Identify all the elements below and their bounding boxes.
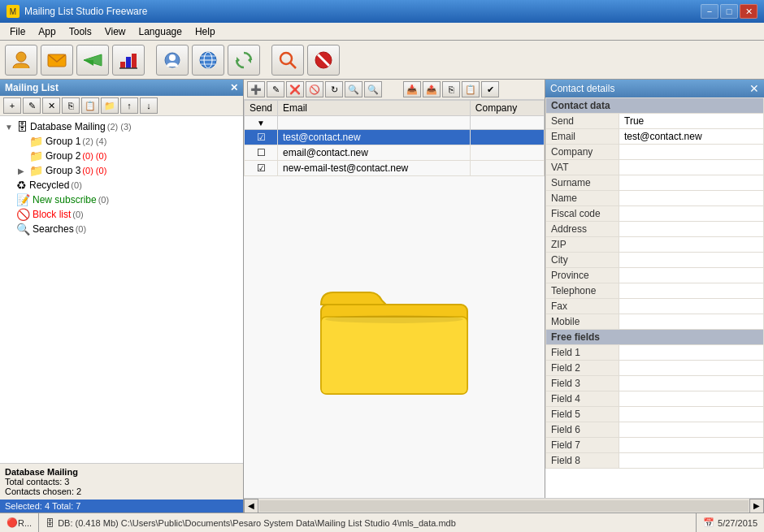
ct-block-btn[interactable]: 🚫 xyxy=(306,81,323,97)
tree-edit-button[interactable]: ✎ xyxy=(23,97,41,114)
tree-item-recycled[interactable]: ♻ Recycled (0) xyxy=(3,178,240,192)
detail-value-field3 xyxy=(619,376,764,391)
filter-send[interactable]: ▼ xyxy=(245,116,278,130)
detail-row-telephone: Telephone xyxy=(546,283,764,299)
folder-icon-g1: 📁 xyxy=(29,135,43,148)
detail-value-email: test@contact.new xyxy=(619,129,764,145)
title-bar: M Mailing List Studio Freeware − □ ✕ xyxy=(0,0,764,23)
detail-row-name: Name xyxy=(546,191,764,206)
menu-view[interactable]: View xyxy=(98,24,132,39)
tree-item-searches[interactable]: 🔍 Searches (0) xyxy=(3,222,240,236)
row1-company[interactable] xyxy=(470,130,544,145)
globe-button[interactable] xyxy=(192,45,224,76)
block-button[interactable] xyxy=(307,45,340,76)
horizontal-scrollbar[interactable]: ◀ ▶ xyxy=(244,498,764,513)
detail-label-address: Address xyxy=(546,222,619,237)
menu-bar: File App Tools View Language Help xyxy=(0,23,764,41)
detail-value-field1 xyxy=(619,345,764,361)
tree-item-group3[interactable]: ▶ 📁 Group 3 (0) (0) xyxy=(16,163,240,178)
scroll-right-arrow[interactable]: ▶ xyxy=(749,499,764,513)
row3-send[interactable]: ☑ xyxy=(245,161,278,176)
search-big-button[interactable] xyxy=(271,45,304,76)
tree-copy-button[interactable]: ⎘ xyxy=(62,97,80,114)
send-button[interactable] xyxy=(76,45,109,76)
scroll-left-arrow[interactable]: ◀ xyxy=(244,499,258,513)
ct-edit-btn[interactable]: ✎ xyxy=(267,81,284,97)
mailing-list-header: Mailing List ✕ xyxy=(0,80,243,96)
details-close-button[interactable]: ✕ xyxy=(749,82,759,95)
svg-point-0 xyxy=(16,52,26,62)
detail-row-address: Address xyxy=(546,222,764,237)
row2-company[interactable] xyxy=(470,145,544,161)
ct-find2-btn[interactable]: 🔍 xyxy=(364,81,382,97)
tree-item-new-subscribe[interactable]: 📝 New subscribe (0) xyxy=(3,192,240,207)
status-segment-2: 🗄 DB: (0.418 Mb) C:\Users\Public\Documen… xyxy=(39,513,697,532)
svg-line-18 xyxy=(290,63,296,68)
row3-company[interactable] xyxy=(470,161,544,176)
menu-help[interactable]: Help xyxy=(189,24,222,39)
ct-check-btn[interactable]: ✔ xyxy=(481,81,499,97)
mailing-list-close[interactable]: ✕ xyxy=(230,82,238,93)
calendar-icon: 📅 xyxy=(703,517,714,528)
tree-item-group2[interactable]: 📁 Group 2 (0) (0) xyxy=(16,149,240,163)
detail-row-zip: ZIP xyxy=(546,237,764,253)
main-area: Mailing List ✕ + ✎ ✕ ⎘ 📋 📁 ↑ ↓ ▼ 🗄 Datab… xyxy=(0,80,764,513)
section-contact-data: Contact data xyxy=(546,98,764,114)
ct-import-btn[interactable]: 📥 xyxy=(403,81,421,97)
menu-language[interactable]: Language xyxy=(132,24,189,39)
menu-app[interactable]: App xyxy=(32,24,62,39)
table-row[interactable]: ☑ new-email-test@contact.new xyxy=(245,161,545,176)
content-and-details: ➕ ✎ ❌ 🚫 ↻ 🔍 🔍 📥 📤 ⎘ 📋 ✔ xyxy=(244,80,764,498)
ct-refresh-btn[interactable]: ↻ xyxy=(325,81,343,97)
tree-item-group1[interactable]: 📁 Group 1 (2) (4) xyxy=(16,134,240,149)
tree-area[interactable]: ▼ 🗄 Database Mailing (2) (3) 📁 Group 1 (… xyxy=(0,116,243,463)
status-segment-3: 📅 5/27/2015 xyxy=(697,513,764,532)
email-button[interactable] xyxy=(41,45,73,76)
details-table-area[interactable]: Contact data Send True Email test@contac… xyxy=(545,97,764,498)
detail-value-address xyxy=(619,222,764,237)
row1-email[interactable]: test@contact.new xyxy=(278,130,471,145)
ct-copy-btn[interactable]: ⎘ xyxy=(442,81,460,97)
detail-label-fax: Fax xyxy=(546,299,619,314)
row2-email[interactable]: email@contact.new xyxy=(278,145,471,161)
menu-tools[interactable]: Tools xyxy=(63,24,98,39)
database-icon: 🗄 xyxy=(16,120,28,133)
user-settings-button[interactable] xyxy=(156,45,189,76)
detail-row-field1: Field 1 xyxy=(546,345,764,361)
contacts-button[interactable] xyxy=(5,45,37,76)
tree-folder-button[interactable]: 📁 xyxy=(101,97,119,114)
close-button[interactable]: ✕ xyxy=(740,4,757,19)
tree-down-button[interactable]: ↓ xyxy=(140,97,158,114)
ct-add-btn[interactable]: ➕ xyxy=(247,81,265,97)
chart-button[interactable] xyxy=(112,45,145,76)
tree-item-block-list[interactable]: 🚫 Block list (0) xyxy=(3,207,240,222)
detail-row-field4: Field 4 xyxy=(546,391,764,407)
tree-add-button[interactable]: + xyxy=(3,97,21,114)
table-row[interactable]: ☐ email@contact.new xyxy=(245,145,545,161)
detail-label-company: Company xyxy=(546,145,619,160)
row2-send[interactable]: ☐ xyxy=(245,145,278,161)
tree-paste-button[interactable]: 📋 xyxy=(81,97,99,114)
ct-paste-btn[interactable]: 📋 xyxy=(462,81,480,97)
tree-up-button[interactable]: ↑ xyxy=(120,97,138,114)
ct-export-btn[interactable]: 📤 xyxy=(423,81,441,97)
svg-rect-5 xyxy=(126,57,131,68)
minimize-button[interactable]: − xyxy=(701,4,718,19)
table-row[interactable]: ☑ test@contact.new xyxy=(245,130,545,145)
ct-find-btn[interactable]: 🔍 xyxy=(345,81,362,97)
filter-company[interactable] xyxy=(470,116,544,130)
row3-email[interactable]: new-email-test@contact.new xyxy=(278,161,471,176)
maximize-button[interactable]: □ xyxy=(720,4,738,19)
detail-value-mobile xyxy=(619,314,764,330)
tree-item-database-mailing[interactable]: ▼ 🗄 Database Mailing (2) (3) xyxy=(3,119,240,134)
row1-send[interactable]: ☑ xyxy=(245,130,278,145)
refresh-button[interactable] xyxy=(228,45,260,76)
blocklist-icon: 🚫 xyxy=(16,208,30,221)
tree-toolbar: + ✎ ✕ ⎘ 📋 📁 ↑ ↓ xyxy=(0,96,243,116)
filter-email[interactable] xyxy=(278,116,471,130)
ct-delete-btn[interactable]: ❌ xyxy=(286,81,304,97)
menu-file[interactable]: File xyxy=(3,24,32,39)
searches-icon: 🔍 xyxy=(16,223,30,236)
tree-delete-button[interactable]: ✕ xyxy=(42,97,60,114)
scroll-track[interactable] xyxy=(259,500,749,512)
